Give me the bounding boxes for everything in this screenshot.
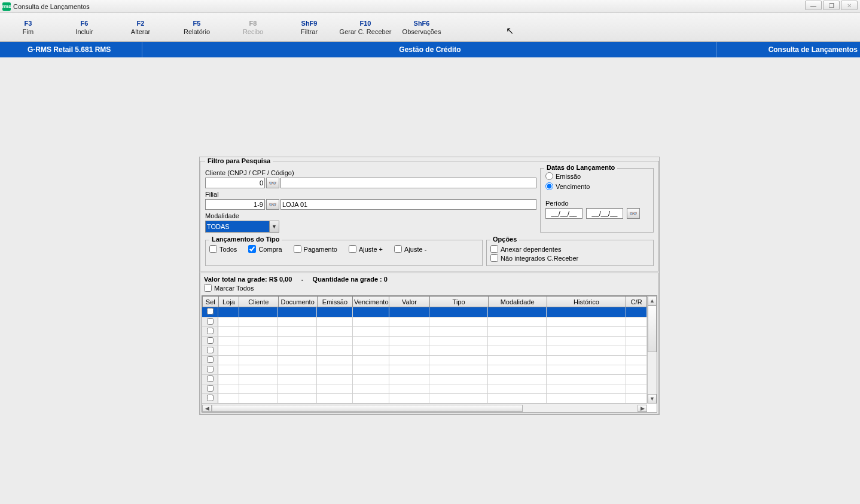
row-select-checkbox[interactable] [207,308,214,314]
column-header[interactable]: Documento [278,297,317,307]
filtro-legend: Filtro para Pesquisa [205,157,273,164]
toolbar-incluir-button[interactable]: F6Incluir [56,13,112,41]
row-select-checkbox[interactable] [207,337,214,344]
toolbar-relat-rio-button[interactable]: F5Relatório [169,13,225,41]
toolbar-observa-es-button[interactable]: ShF6Observações [394,13,450,41]
maximize-button[interactable]: ❐ [823,1,840,10]
nao-integrados-checkbox[interactable]: Não integrados C.Receber [490,254,578,262]
marcar-todos-checkbox[interactable]: Marcar Todos [204,284,254,292]
column-header[interactable]: Cliente [239,297,278,307]
todos-checkbox-label: Todos [219,246,237,253]
row-select-checkbox[interactable] [207,356,214,363]
grid-table: SelLojaClienteDocumentoEmissãoVencimento… [202,296,647,307]
toolbar: F3FimF6IncluirF2AlterarF5RelatórioF8Reci… [0,13,860,42]
scroll-down-button[interactable]: ▼ [648,394,657,404]
toolbar-fim-button[interactable]: F3Fim [0,13,56,41]
scroll-thumb[interactable] [648,306,657,352]
cliente-codigo-input[interactable] [205,178,265,188]
anexar-dependentes-checkbox[interactable]: Anexar dependentes [490,245,562,253]
table-row[interactable] [202,374,647,384]
table-row[interactable] [202,393,647,403]
modalidade-value: TODAS [207,223,230,230]
table-row[interactable] [202,326,647,336]
pagamento-checkbox[interactable]: Pagamento [294,245,337,253]
ajuste-mais-checkbox[interactable]: Ajuste + [349,245,383,253]
binoculars-icon: 👓 [269,179,277,187]
scroll-right-button[interactable]: ▶ [638,405,647,412]
vertical-scrollbar[interactable]: ▲ ▼ [647,296,657,404]
column-header[interactable]: Modalidade [488,297,547,307]
table-row[interactable] [202,355,647,365]
datas-legend: Datas do Lançamento [544,164,617,171]
row-select-checkbox[interactable] [207,347,214,353]
binoculars-icon: 👓 [269,201,277,209]
scroll-up-button[interactable]: ▲ [648,296,657,306]
cliente-nome-input[interactable] [280,178,536,188]
filial-codigo-input[interactable] [205,199,265,210]
periodo-ate-input[interactable] [586,208,623,219]
hscroll-thumb[interactable] [212,405,523,412]
column-header[interactable]: Sel [203,297,219,307]
emissao-radio[interactable]: Emissão [545,172,648,180]
toolbar-key: F3 [25,20,32,27]
pagamento-checkbox-label: Pagamento [304,246,337,253]
filial-search-button[interactable]: 👓 [266,199,279,210]
anexar-dependentes-label: Anexar dependentes [501,246,562,253]
table-row[interactable] [202,336,647,346]
ajuste-menos-checkbox[interactable]: Ajuste - [394,245,426,253]
table-row[interactable] [202,365,647,374]
row-select-checkbox[interactable] [207,395,214,401]
table-row[interactable] [202,384,647,393]
toolbar-label: Observações [402,28,441,35]
todos-checkbox[interactable]: Todos [209,245,237,253]
column-header[interactable]: Emissão [317,297,352,307]
datas-lancamento-group: Datas do Lançamento Emissão Vencimento P… [540,168,654,233]
table-row[interactable] [202,317,647,326]
cliente-search-button[interactable]: 👓 [266,178,279,188]
periodo-search-button[interactable]: 👓 [627,208,640,219]
horizontal-scrollbar[interactable]: ◀ ▶ [202,404,647,412]
grid-sep: - [301,276,304,283]
grid-container: Valor total na grade: R$ 0,00 - Quantida… [200,273,659,414]
workarea: Filtro para Pesquisa Cliente (CNPJ / CPF… [0,57,860,504]
binoculars-icon: 👓 [629,210,638,218]
toolbar-label: Fim [23,28,33,35]
emissao-radio-label: Emissão [556,173,581,180]
compra-checkbox[interactable]: Compra [248,245,282,253]
toolbar-key: ShF9 [301,20,318,27]
toolbar-alterar-button[interactable]: F2Alterar [112,13,169,41]
modalidade-select[interactable]: TODAS ▼ [205,221,279,233]
column-header[interactable]: Tipo [429,297,488,307]
vencimento-radio[interactable]: Vencimento [545,182,648,190]
compra-checkbox-label: Compra [258,246,282,253]
column-header[interactable]: Valor [389,297,429,307]
toolbar-gerar-c-receber-button[interactable]: F10Gerar C. Receber [337,13,394,41]
toolbar-key: F8 [249,20,257,27]
column-header[interactable]: Histórico [547,297,626,307]
column-header[interactable]: Vencimento [353,297,389,307]
periodo-de-input[interactable] [545,208,583,219]
table-row[interactable] [202,346,647,355]
row-select-checkbox[interactable] [207,366,214,372]
filial-label: Filial [205,191,536,198]
row-select-checkbox[interactable] [207,375,214,382]
filial-nome-input[interactable] [280,199,536,210]
column-header[interactable]: C/R [626,297,647,307]
table-row[interactable] [202,307,647,317]
column-header[interactable]: Loja [218,297,239,307]
lancamentos-tipo-legend: Lançamentos do Tipo [209,236,282,243]
banner-right: Consulta de Lançamentos [768,45,858,54]
minimize-button[interactable]: — [805,1,822,10]
toolbar-filtrar-button[interactable]: ShF9Filtrar [281,13,337,41]
grid-summary: Valor total na grade: R$ 0,00 - Quantida… [200,273,658,294]
scroll-left-button[interactable]: ◀ [202,405,212,412]
close-button[interactable]: ✕ [841,1,858,10]
toolbar-recibo-button: F8Recibo [225,13,281,41]
ajuste-menos-checkbox-label: Ajuste - [404,246,426,253]
row-select-checkbox[interactable] [207,328,214,334]
row-select-checkbox[interactable] [207,385,214,392]
banner: G-RMS Retail 5.681 RMS Gestão de Crédito… [0,42,860,57]
banner-left: G-RMS Retail 5.681 RMS [0,45,111,54]
row-select-checkbox[interactable] [207,318,214,325]
ajuste-mais-checkbox-label: Ajuste + [359,246,383,253]
